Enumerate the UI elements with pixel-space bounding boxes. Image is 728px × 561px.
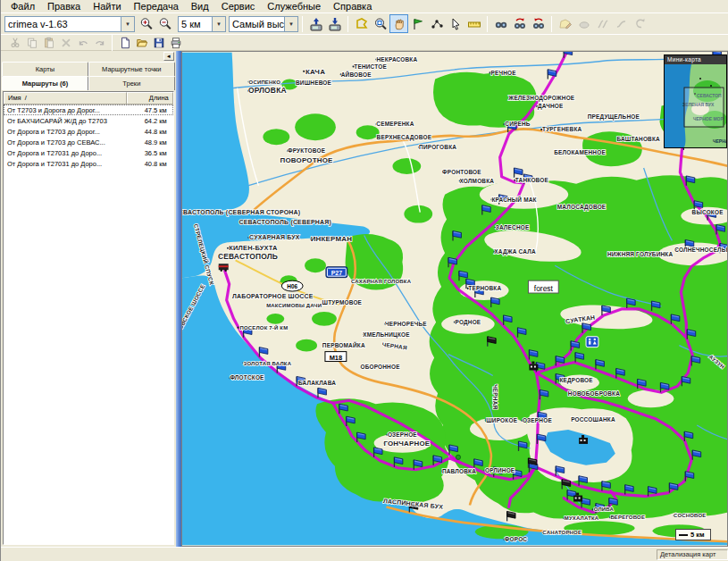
edit-vertices-tool-icon[interactable] (556, 14, 574, 33)
route-row[interactable]: От Дорога и Т27031 до Доро...36.5 км (4, 147, 173, 158)
map-label: ПОВОРОТНОЕ (280, 156, 332, 164)
detail-select-combo[interactable]: Самый высокий ▼ (229, 16, 298, 32)
zoom-out-icon[interactable] (155, 14, 174, 33)
menu-bar: ФайлПравкаНайтиПередачаВидСервисСлужебны… (1, 0, 728, 13)
routes-table-header[interactable]: Имя / Длина (4, 92, 173, 105)
route-length: 36.5 км (126, 149, 172, 157)
route-row[interactable]: От БАХЧИСАРАЙ Ж/Д до Т270364.2 км (4, 115, 173, 126)
select-tool-icon[interactable] (446, 14, 464, 33)
scale-label: 5 км (690, 531, 705, 539)
paste-icon[interactable] (40, 35, 57, 50)
cut-icon[interactable] (6, 35, 23, 50)
svg-text:Н06: Н06 (287, 283, 297, 289)
map-label: ШИРОКОЕ (486, 417, 517, 423)
route-row[interactable]: От Т2703 и Дорога до Дорог...47.5 км (4, 105, 173, 115)
forest-label: forest (528, 280, 558, 293)
measure-tool-icon[interactable] (464, 14, 483, 33)
mini-map-viewport[interactable] (684, 88, 724, 127)
map-label: БЕРЕГОВОЕ (610, 515, 645, 520)
map-label: ИНКЕРМАН (310, 235, 352, 243)
menu-найти[interactable]: Найти (87, 1, 127, 12)
map-label: ГОНЧАРНОЕ (383, 440, 430, 448)
save-file-icon[interactable] (150, 35, 167, 50)
chevron-down-icon[interactable]: ▼ (121, 17, 134, 31)
map-label: КРАСНЫЙ МАК (491, 196, 536, 203)
panel-collapse-button[interactable]: ◄ (163, 52, 174, 61)
road-sign-р27: Р27 (326, 267, 347, 278)
map-label: КИЛЕН-БУХТА (229, 244, 278, 252)
join-tool-icon[interactable] (612, 14, 631, 33)
redo-icon[interactable] (91, 35, 108, 50)
menu-файл[interactable]: Файл (4, 1, 41, 12)
tab-маршруты--6-[interactable]: Маршруты (6) (2, 76, 88, 90)
menu-сервис[interactable]: Сервис (215, 1, 262, 12)
main-toolbar: crimea v-1.63 ▼ 5 км ▼ Самый высокий ▼ (1, 13, 728, 34)
map-label: ПИРОГОВКА (419, 144, 456, 150)
menu-передача[interactable]: Передача (128, 1, 185, 12)
column-header-length[interactable]: Длина (127, 92, 173, 104)
map-label: МАКСИМОВЫ ДАЧИ (266, 303, 322, 308)
add-route-tool-icon[interactable] (427, 14, 446, 33)
column-header-name[interactable]: Имя / (4, 92, 127, 104)
map-label: ЛАБОРАТОРНОЕ ШОССЕ (232, 293, 314, 299)
gps-upload-icon[interactable] (306, 14, 325, 33)
erase-tool-icon[interactable] (574, 14, 593, 33)
split-tool-icon[interactable] (593, 14, 612, 33)
zoom-in-icon[interactable] (137, 14, 155, 33)
map-label: ОРЛОВКА (248, 87, 287, 96)
scale-select-combo[interactable]: 5 км ▼ (178, 16, 226, 32)
svg-text:М18: М18 (329, 354, 341, 362)
map-view[interactable]: КАЧАОСИПЕНКООРЛОВКАВИШНЕВОЕНЕКРАСОВКАТЕН… (181, 51, 728, 547)
trim-tool-icon[interactable] (352, 14, 371, 33)
new-file-icon[interactable] (116, 35, 133, 50)
map-label: ОРЛИНОЕ (485, 467, 515, 473)
chevron-down-icon[interactable]: ▼ (284, 17, 297, 31)
mini-map-canvas[interactable]: СЕВАСТОПЗЕЛЕНАЯ БУХЧЕРНОЕ МОРЧЕРНА (665, 64, 726, 147)
route-name: От Дорога и Т27031 до Доро... (4, 160, 126, 168)
tab-маршрутные-точки[interactable]: Маршрутные точки (88, 62, 175, 76)
add-waypoint-tool-icon[interactable] (408, 14, 427, 33)
menu-правка[interactable]: Правка (41, 1, 87, 12)
map-label: СОЛНЕЧНОСЕЛЬЕ (674, 247, 728, 253)
find-next-tool-icon[interactable] (510, 14, 529, 33)
village-dot (237, 327, 238, 329)
undo-icon[interactable] (74, 35, 91, 50)
map-label: МАЛОСАДОВОЕ (557, 204, 607, 211)
find-prev-tool-icon[interactable] (529, 14, 548, 33)
delete-icon[interactable] (57, 35, 74, 50)
route-row[interactable]: От Дорога и Т2703 до СЕВАС...48.9 км (4, 137, 173, 147)
menu-служебные[interactable]: Служебные (261, 1, 327, 12)
map-label: ЖЕЛЕЗНОДОРОЖНОЕ (507, 95, 575, 102)
restroom-sign-icon[interactable] (586, 337, 598, 347)
map-label: БАШТАНОВКА (616, 136, 660, 142)
map-select-combo[interactable]: crimea v-1.63 ▼ (4, 16, 135, 32)
rotate-tool-icon[interactable] (631, 14, 649, 33)
tab-треки[interactable]: Треки (88, 76, 175, 90)
tab-карты[interactable]: Карты (2, 62, 88, 76)
open-file-icon[interactable] (133, 35, 150, 50)
mini-map[interactable]: Мини-карта СЕВАСТОПЗЕЛЕНАЯ БУХЧЕРНОЕ МОР… (664, 54, 727, 148)
map-canvas[interactable]: КАЧАОСИПЕНКООРЛОВКАВИШНЕВОЕНЕКРАСОВКАТЕН… (182, 52, 728, 546)
map-label: ПЕРВОМАЙКА (322, 341, 365, 348)
find-tool-icon[interactable] (491, 14, 510, 33)
route-row[interactable]: От Дорога и Т2703 до Дорог...44.8 км (4, 126, 173, 137)
route-name: От Т2703 и Дорога до Дорог... (4, 106, 126, 114)
application-window: ФайлПравкаНайтиПередачаВидСервисСлужебны… (0, 0, 728, 561)
side-panel: ◄ КартыМаршрутные точки Маршруты (6)Трек… (1, 51, 176, 547)
gps-download-icon[interactable] (325, 14, 344, 33)
park-poi-icon[interactable] (456, 455, 460, 459)
map-label: ОЛИВА (594, 507, 615, 512)
svg-text:forest: forest (534, 284, 554, 293)
menu-справка[interactable]: Справка (327, 1, 378, 12)
map-label: ХМЕЛЬНИЦКОЕ (363, 331, 410, 339)
zoom-select-tool-icon[interactable] (371, 14, 389, 33)
chevron-down-icon[interactable]: ▼ (212, 17, 225, 31)
menu-вид[interactable]: Вид (185, 1, 215, 12)
print-icon[interactable] (167, 35, 184, 50)
map-label: ХАДЖА САЛА (494, 248, 536, 255)
map-label: СЕВАСТОПОЛЬ (СЕВЕРНАЯ) (238, 219, 331, 226)
pan-hand-tool-icon[interactable] (389, 14, 408, 33)
route-name: От Дорога и Т2703 до СЕВАС... (4, 138, 126, 147)
route-row[interactable]: От Дорога и Т27031 до Доро...40.8 км (4, 158, 173, 169)
copy-icon[interactable] (23, 35, 40, 50)
